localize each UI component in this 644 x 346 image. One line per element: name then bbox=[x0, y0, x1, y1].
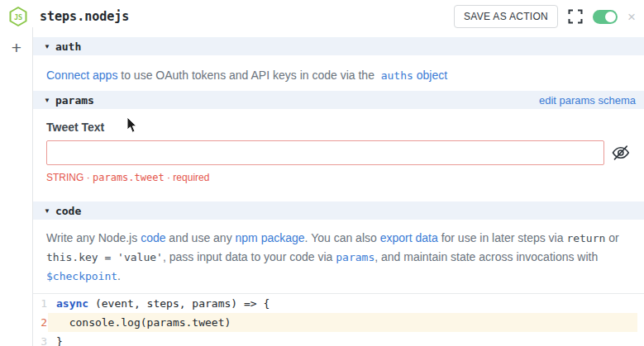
field-help-text: STRING · params.tweet · required bbox=[46, 172, 631, 183]
collapse-icon: ▼ bbox=[44, 207, 50, 215]
field-required: · required bbox=[165, 172, 210, 183]
section-header-code[interactable]: ▼ code bbox=[33, 201, 644, 220]
step-header: JS steps.nodejs SAVE AS ACTION × bbox=[0, 0, 644, 33]
auths-object-link[interactable]: auths bbox=[381, 69, 413, 82]
collapse-icon: ▼ bbox=[44, 97, 50, 104]
desc-text: , pass input data to your code via bbox=[163, 250, 336, 263]
step-body: ▼ auth Connect apps to use OAuth tokens … bbox=[33, 33, 644, 346]
step-title: steps.nodejs bbox=[40, 9, 129, 24]
add-step-button[interactable]: + bbox=[12, 38, 21, 58]
desc-text: . bbox=[117, 269, 121, 282]
code-docs-link[interactable]: code bbox=[141, 231, 165, 244]
connect-apps-link[interactable]: Connect apps bbox=[46, 69, 117, 82]
section-header-auth[interactable]: ▼ auth bbox=[33, 37, 644, 55]
close-icon[interactable]: × bbox=[627, 10, 636, 24]
tweet-text-input[interactable] bbox=[46, 140, 604, 165]
line-number: 3 bbox=[33, 332, 48, 346]
section-label: auth bbox=[55, 40, 81, 53]
fullscreen-icon[interactable] bbox=[568, 9, 583, 24]
code-editor[interactable]: 1 async (event, steps, params) => { 2 co… bbox=[33, 293, 644, 346]
npm-package-link[interactable]: npm package bbox=[236, 231, 305, 244]
section-header-params[interactable]: ▼ params edit params schema bbox=[33, 91, 644, 109]
code-line[interactable]: 1 async (event, steps, params) => { bbox=[33, 294, 644, 313]
code-text: console.log(params.tweet) bbox=[48, 313, 637, 332]
checkpoint-link[interactable]: $checkpoint bbox=[46, 270, 117, 282]
desc-text: for use in later steps via bbox=[438, 231, 567, 244]
params-link[interactable]: params bbox=[336, 251, 374, 263]
desc-text: or bbox=[605, 231, 622, 244]
hide-value-eye-icon[interactable] bbox=[611, 143, 631, 163]
nodejs-icon: JS bbox=[7, 6, 29, 27]
line-number: 1 bbox=[33, 294, 48, 313]
edit-params-schema-link[interactable]: edit params schema bbox=[539, 94, 636, 107]
section-label: params bbox=[55, 94, 94, 107]
keyword-async: async bbox=[56, 297, 88, 310]
return-code: return bbox=[566, 232, 605, 244]
auth-description: Connect apps to use OAuth tokens and API… bbox=[33, 55, 644, 91]
desc-text: . You can also bbox=[305, 231, 380, 244]
auth-description-text: to use OAuth tokens and API keys in code… bbox=[117, 69, 380, 82]
code-description: Write any Node.js code and use any npm p… bbox=[33, 220, 644, 293]
auths-object-link-text[interactable]: object bbox=[413, 69, 447, 82]
params-body: Tweet Text STRING · params.tweet · requi… bbox=[33, 109, 644, 201]
desc-text: Write any Node.js bbox=[46, 231, 141, 244]
step-enabled-toggle[interactable] bbox=[593, 10, 618, 24]
desc-text: , and maintain state across invocations … bbox=[374, 250, 601, 263]
code-line-highlighted[interactable]: 2 console.log(params.tweet) bbox=[33, 313, 644, 332]
collapse-icon: ▼ bbox=[44, 43, 50, 50]
field-type: STRING · bbox=[46, 172, 93, 183]
field-path: params.tweet bbox=[93, 172, 165, 183]
step-rail: + bbox=[0, 33, 33, 346]
export-data-link[interactable]: export data bbox=[380, 231, 438, 244]
toggle-knob bbox=[605, 12, 616, 22]
code-text: (event, steps, params) => { bbox=[88, 297, 270, 310]
desc-text: and use any bbox=[165, 231, 235, 244]
field-label-tweet-text: Tweet Text bbox=[46, 121, 631, 134]
code-text: } bbox=[48, 332, 644, 346]
section-label: code bbox=[55, 205, 81, 217]
line-number-active: 2 bbox=[33, 313, 48, 332]
code-line[interactable]: 3 } bbox=[33, 332, 644, 346]
save-as-action-button[interactable]: SAVE AS ACTION bbox=[454, 5, 558, 28]
this-key-code: this.key = 'value' bbox=[46, 251, 163, 263]
svg-text:JS: JS bbox=[14, 13, 22, 21]
